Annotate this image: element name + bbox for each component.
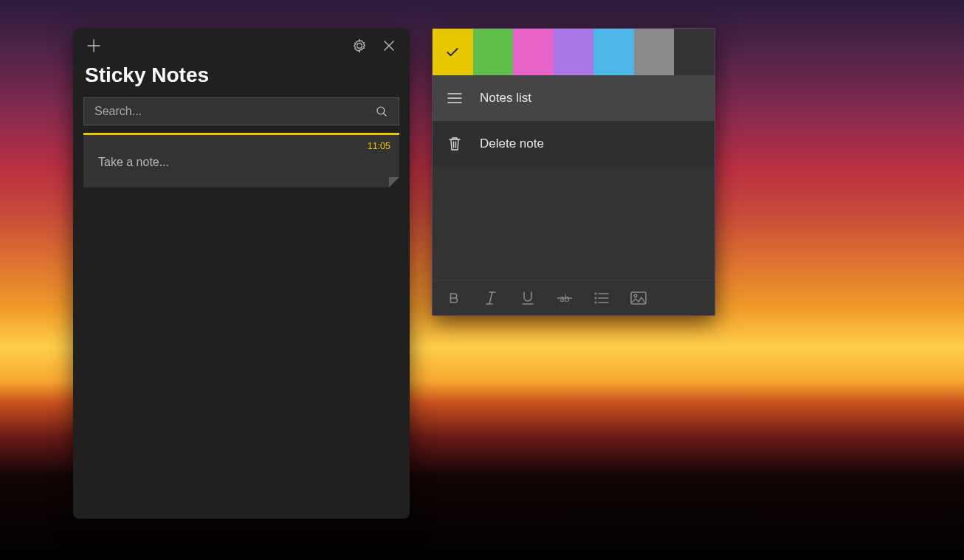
menu-notes-list-label: Notes list xyxy=(480,91,531,106)
menu-notes-list[interactable]: Notes list xyxy=(433,75,715,121)
note-timestamp: 11:05 xyxy=(368,141,390,151)
note-window: Notes list Delete note ab xyxy=(432,28,715,316)
color-swatch-gray[interactable] xyxy=(634,29,675,75)
format-strike-button[interactable]: ab xyxy=(548,283,582,313)
plus-icon xyxy=(87,39,100,52)
gear-icon xyxy=(352,38,367,53)
list-titlebar xyxy=(73,28,410,63)
check-icon xyxy=(445,45,460,60)
color-swatch-purple[interactable] xyxy=(554,29,594,75)
svg-point-2 xyxy=(595,292,597,294)
color-swatch-blue[interactable] xyxy=(593,29,634,75)
svg-point-3 xyxy=(595,297,597,299)
note-menu: Notes list Delete note xyxy=(433,75,715,167)
search-icon xyxy=(371,105,393,118)
close-list-button[interactable] xyxy=(374,31,404,61)
strikethrough-icon: ab xyxy=(557,291,573,305)
format-italic-button[interactable] xyxy=(474,283,508,313)
format-toolbar: ab xyxy=(433,280,715,315)
hamburger-icon xyxy=(446,93,464,103)
svg-point-4 xyxy=(595,301,597,303)
image-icon xyxy=(630,291,647,305)
format-underline-button[interactable] xyxy=(511,283,545,313)
color-picker-row xyxy=(433,29,715,75)
menu-delete-note-label: Delete note xyxy=(480,136,544,151)
italic-icon xyxy=(485,291,497,305)
note-fold-corner xyxy=(389,177,399,187)
list-icon xyxy=(594,292,609,304)
trash-icon xyxy=(446,136,464,151)
app-title: Sticky Notes xyxy=(73,63,410,93)
note-card[interactable]: 11:05 Take a note... xyxy=(83,133,399,187)
menu-delete-note[interactable]: Delete note xyxy=(433,121,715,167)
svg-point-6 xyxy=(634,294,637,297)
settings-button[interactable] xyxy=(345,31,374,61)
format-bullets-button[interactable] xyxy=(585,283,619,313)
close-icon xyxy=(383,40,395,52)
color-swatch-yellow[interactable] xyxy=(433,29,473,75)
color-swatch-charcoal[interactable] xyxy=(674,29,715,75)
underline-icon xyxy=(521,291,534,305)
format-bold-button[interactable] xyxy=(437,283,471,313)
search-input[interactable] xyxy=(94,105,371,118)
note-preview-text: Take a note... xyxy=(98,156,388,169)
color-swatch-pink[interactable] xyxy=(513,29,554,75)
note-body[interactable] xyxy=(433,167,715,280)
color-swatch-green[interactable] xyxy=(473,29,514,75)
bold-icon xyxy=(447,291,461,305)
new-note-button[interactable] xyxy=(79,31,109,61)
notes-list-window: Sticky Notes 11:05 Take a note... xyxy=(73,28,410,519)
search-field[interactable] xyxy=(83,97,399,125)
format-image-button[interactable] xyxy=(622,283,655,313)
